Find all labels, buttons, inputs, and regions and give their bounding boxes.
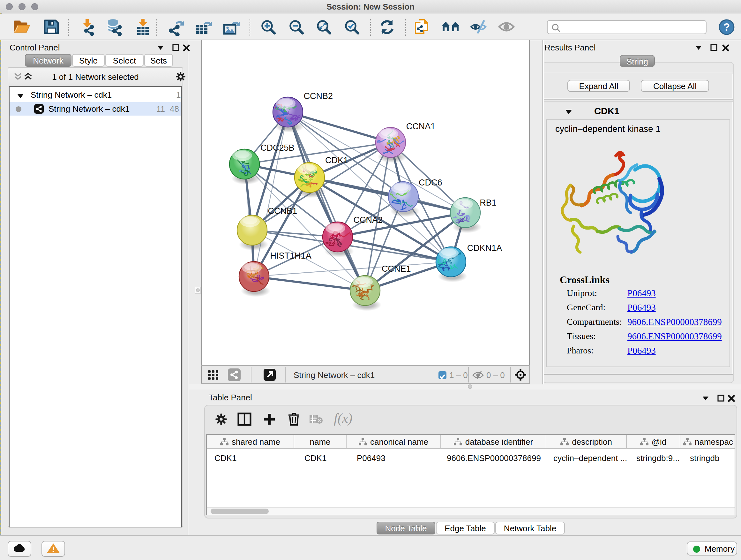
svg-text:CDC25B: CDC25B [260, 143, 294, 152]
svg-text:CCNE1: CCNE1 [382, 264, 411, 273]
svg-text:CDK1: CDK1 [325, 155, 348, 165]
svg-text:?: ? [724, 21, 730, 33]
svg-text:CDKN1A: CDKN1A [467, 243, 502, 253]
svg-text:CCNB1: CCNB1 [268, 206, 297, 216]
svg-text:CCNA2: CCNA2 [353, 215, 383, 225]
svg-text:RB1: RB1 [480, 198, 496, 207]
svg-text:HIST1H1A: HIST1H1A [270, 251, 312, 260]
svg-text:CDC6: CDC6 [419, 178, 442, 187]
svg-text:CCNA1: CCNA1 [406, 122, 435, 131]
svg-text:CCNB2: CCNB2 [304, 91, 333, 101]
